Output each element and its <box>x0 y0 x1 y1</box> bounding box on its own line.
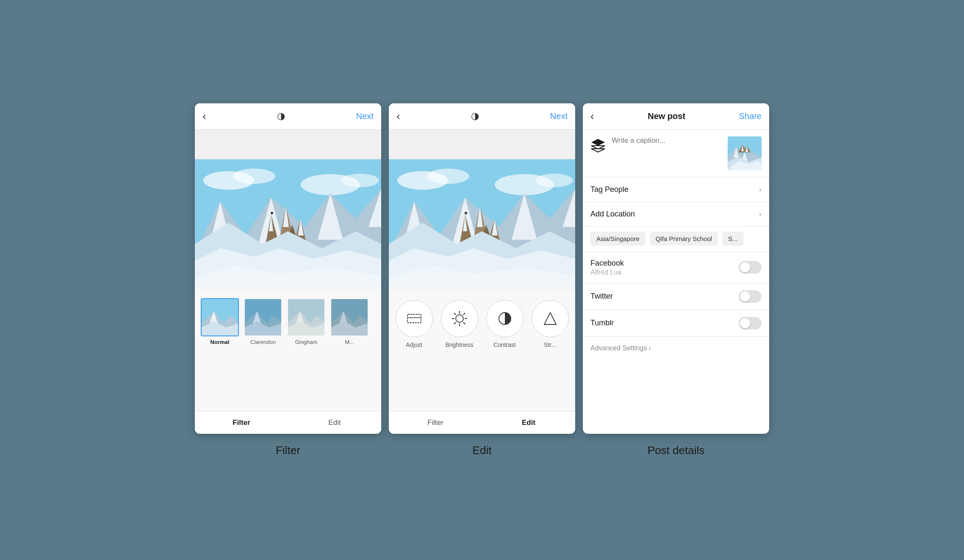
edit-screen: ‹ ◑ Next <box>389 103 575 434</box>
svg-marker-74 <box>591 139 605 146</box>
filter-screen-header: ‹ ◑ Next <box>195 103 381 130</box>
adjust-icon <box>396 300 433 337</box>
edit-tool-structure[interactable]: Str... <box>529 300 571 407</box>
filter-label: Filter <box>276 444 300 457</box>
edit-back-button[interactable]: ‹ <box>396 111 400 122</box>
add-location-chevron: › <box>759 210 762 219</box>
edit-tool-label-contrast: Contrast <box>493 341 516 348</box>
filter-back-button[interactable]: ‹ <box>202 111 206 122</box>
filter-bottom-tabs: Filter Edit <box>195 411 381 434</box>
contrast-icon <box>486 300 524 337</box>
caption-input[interactable] <box>612 136 722 153</box>
svg-line-70 <box>463 313 465 314</box>
edit-tool-label-structure: Str... <box>544 341 556 348</box>
add-location-row[interactable]: Add Location › <box>583 202 769 227</box>
tab-edit-edit[interactable]: Edit <box>482 412 575 434</box>
filter-thumb-gingham[interactable]: Gingham <box>287 298 325 345</box>
facebook-sublabel: Alfred Lua <box>590 269 624 276</box>
filter-screen: ‹ ◑ Next <box>195 103 381 434</box>
twitter-toggle[interactable] <box>739 290 762 303</box>
tab-filter-edit[interactable]: Edit <box>288 412 381 434</box>
svg-point-4 <box>341 174 379 187</box>
svg-point-60 <box>465 212 467 214</box>
facebook-label: Facebook <box>590 259 624 268</box>
layers-icon <box>590 137 606 155</box>
filter-thumb-normal[interactable]: Normal <box>201 298 239 345</box>
post-details-back-button[interactable]: ‹ <box>590 111 594 122</box>
tag-people-chevron: › <box>759 185 762 194</box>
filter-thumb-img-clarendon <box>244 298 282 336</box>
filter-header-icon: ◑ <box>277 111 285 122</box>
svg-line-68 <box>454 313 455 314</box>
filter-thumb-label-normal: Normal <box>211 339 230 345</box>
edit-next-button[interactable]: Next <box>550 111 568 121</box>
edit-tools-row: Adjust <box>389 291 575 411</box>
filter-thumb-label-clarendon: Clarendon <box>250 339 276 345</box>
svg-point-2 <box>233 169 275 184</box>
tag-people-row[interactable]: Tag People › <box>583 177 769 202</box>
tumblr-share-row: Tumblr <box>583 310 769 337</box>
facebook-share-left: Facebook Alfred Lua <box>590 259 624 276</box>
edit-header-icon: ◑ <box>471 111 479 122</box>
caption-thumbnail <box>728 136 762 170</box>
svg-line-71 <box>454 322 455 324</box>
svg-line-69 <box>463 322 465 324</box>
filter-mountain-image <box>195 159 381 291</box>
location-chip-qifa[interactable]: Qifa Primary School <box>650 232 718 246</box>
svg-point-42 <box>427 169 469 184</box>
filter-thumb-m[interactable]: M... <box>330 298 368 345</box>
filter-next-button[interactable]: Next <box>356 111 374 121</box>
post-details-label: Post details <box>648 444 704 457</box>
edit-tool-adjust[interactable]: Adjust <box>393 300 435 407</box>
tab-edit-filter[interactable]: Filter <box>389 412 482 434</box>
edit-phone-wrapper: ‹ ◑ Next <box>389 103 575 457</box>
location-chip-s[interactable]: S... <box>722 232 744 246</box>
tag-people-label: Tag People <box>590 185 629 194</box>
svg-point-20 <box>271 212 273 214</box>
filter-thumbnails-row: Normal Clarendon <box>195 291 381 349</box>
filter-thumb-label-m: M... <box>345 339 354 345</box>
edit-tool-label-brightness: Brightness <box>445 341 473 348</box>
edit-label: Edit <box>473 444 492 457</box>
post-details-title: New post <box>648 111 685 121</box>
post-details-header: ‹ New post Share <box>583 103 769 130</box>
location-chips: Asia/Singapore Qifa Primary School S... <box>583 227 769 252</box>
edit-tool-contrast[interactable]: Contrast <box>484 300 526 407</box>
location-chip-singapore[interactable]: Asia/Singapore <box>590 232 645 246</box>
filter-thumb-clarendon[interactable]: Clarendon <box>244 298 282 345</box>
filter-section: Normal Clarendon <box>195 291 381 434</box>
svg-marker-73 <box>544 313 556 324</box>
facebook-share-row: Facebook Alfred Lua <box>583 252 769 283</box>
edit-bottom-tabs: Filter Edit <box>389 411 575 434</box>
svg-rect-61 <box>407 314 421 323</box>
advanced-settings-row[interactable]: Advanced Settings › <box>583 337 769 360</box>
add-location-label: Add Location <box>590 210 635 219</box>
tumblr-label: Tumblr <box>590 319 614 327</box>
svg-point-44 <box>535 174 573 187</box>
svg-rect-39 <box>331 299 368 335</box>
advanced-settings-chevron: › <box>648 344 651 352</box>
facebook-toggle[interactable] <box>739 261 762 274</box>
edit-tool-brightness[interactable]: Brightness <box>438 300 480 407</box>
advanced-settings-label: Advanced Settings › <box>590 344 762 352</box>
filter-thumb-img-gingham <box>287 298 325 336</box>
svg-point-63 <box>456 315 463 322</box>
edit-section: Adjust <box>389 291 575 434</box>
caption-row <box>583 130 769 177</box>
twitter-share-left: Twitter <box>590 292 613 301</box>
filter-top-area <box>195 130 381 159</box>
post-details-screen: ‹ New post Share <box>583 103 769 434</box>
svg-rect-29 <box>245 299 281 335</box>
brightness-icon <box>441 300 478 337</box>
svg-rect-34 <box>288 299 324 335</box>
structure-icon <box>532 300 569 337</box>
edit-mountain-image <box>389 159 575 291</box>
tumblr-toggle[interactable] <box>739 317 762 330</box>
edit-screen-header: ‹ ◑ Next <box>389 103 575 130</box>
tab-filter-filter[interactable]: Filter <box>195 412 288 434</box>
post-details-share-button[interactable]: Share <box>739 111 762 121</box>
filter-thumb-img-m <box>330 298 368 336</box>
filter-thumb-label-gingham: Gingham <box>295 339 318 345</box>
filter-phone-wrapper: ‹ ◑ Next <box>195 103 381 457</box>
post-details-phone-wrapper: ‹ New post Share <box>583 103 769 457</box>
